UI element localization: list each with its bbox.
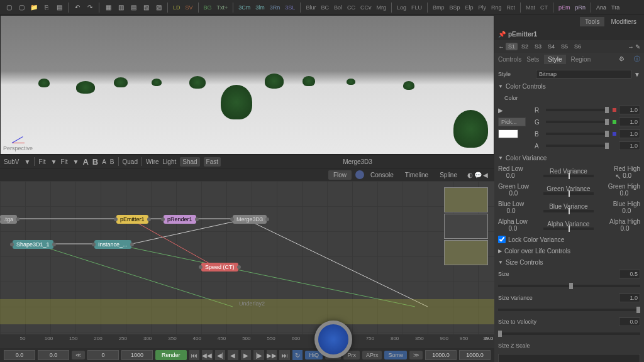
- flu-button[interactable]: FLU: [409, 4, 425, 11]
- bsp-button[interactable]: BSp: [447, 4, 462, 11]
- info-icon[interactable]: [355, 170, 364, 179]
- current-field[interactable]: [38, 350, 69, 360]
- ply-button[interactable]: Ply: [476, 4, 489, 11]
- node-instance[interactable]: Instance_...: [94, 240, 131, 249]
- thumbnail[interactable]: [444, 214, 488, 239]
- start-field[interactable]: [4, 350, 35, 360]
- thumbnail[interactable]: [444, 240, 488, 265]
- r-slider[interactable]: [546, 109, 609, 111]
- size-vel-slider[interactable]: [498, 332, 640, 335]
- prev-frame-icon[interactable]: ◀|: [215, 350, 226, 360]
- blur-button[interactable]: Blur: [303, 4, 318, 11]
- b1-button[interactable]: B: [92, 157, 98, 167]
- light-button[interactable]: Light: [163, 158, 177, 165]
- prn-button[interactable]: pRn: [573, 4, 589, 11]
- node-merge[interactable]: Merge3D3: [233, 215, 267, 224]
- log-button[interactable]: Log: [394, 4, 409, 11]
- ld-button[interactable]: LD: [170, 4, 183, 11]
- arrow-left-icon[interactable]: ←: [498, 43, 504, 50]
- fast-button[interactable]: Fast: [204, 157, 221, 167]
- ccv-button[interactable]: CCv: [358, 4, 374, 11]
- timeline-ruler[interactable]: 50 100 150 200 250 300 350 400 450 500 5…: [0, 334, 494, 348]
- new-icon[interactable]: ▢: [3, 2, 14, 13]
- layout5-icon[interactable]: ▨: [153, 2, 164, 13]
- thumbnail[interactable]: [444, 187, 488, 212]
- new2-icon[interactable]: ▢: [16, 2, 27, 13]
- layout2-icon[interactable]: ▥: [115, 2, 126, 13]
- blue-var-slider[interactable]: [543, 210, 594, 212]
- tab-controls[interactable]: Controls: [498, 56, 521, 63]
- tab-console[interactable]: Console: [365, 170, 399, 180]
- dropdown-arrow-icon[interactable]: ▼: [634, 71, 640, 78]
- ana-button[interactable]: Ana: [594, 4, 609, 11]
- subtab-s3[interactable]: S3: [532, 43, 544, 50]
- size-vel-value[interactable]: 0.0: [619, 317, 640, 326]
- pem-button[interactable]: pEm: [556, 4, 573, 11]
- end-b-field[interactable]: [459, 350, 491, 360]
- node-tga[interactable]: .tga: [0, 215, 17, 224]
- range-a-field[interactable]: [87, 350, 119, 360]
- ffwd-button[interactable]: ≫: [409, 351, 423, 359]
- goto-end-icon[interactable]: ⏭: [279, 350, 290, 360]
- txt-button[interactable]: Txt+: [214, 4, 231, 11]
- arrow-right-icon[interactable]: →: [628, 43, 634, 50]
- node-shape[interactable]: Shape3D1_1: [13, 240, 53, 249]
- bol-button[interactable]: Bol: [331, 4, 345, 11]
- render-button[interactable]: Render: [155, 350, 187, 360]
- section-color-over-life[interactable]: Color over Life Controls: [498, 245, 640, 256]
- elp-button[interactable]: Elp: [463, 4, 476, 11]
- red-var-slider[interactable]: [543, 175, 594, 177]
- size-slider[interactable]: [498, 285, 640, 287]
- size-value[interactable]: 0.5: [619, 270, 640, 278]
- layout1-icon[interactable]: ▦: [103, 2, 114, 13]
- tra-button[interactable]: Tra: [609, 4, 622, 11]
- subtab-s5[interactable]: S5: [558, 43, 570, 50]
- redo-icon[interactable]: ↷: [84, 2, 96, 13]
- rng-button[interactable]: Rng: [489, 4, 504, 11]
- mrg-button[interactable]: Mrg: [374, 4, 389, 11]
- b-slider[interactable]: [546, 133, 609, 135]
- next-frame-icon[interactable]: |▶: [253, 350, 264, 360]
- quad-button[interactable]: Quad: [123, 158, 138, 165]
- flow-area[interactable]: .tga pEmitter1 pRender1 Merge3D3 Shape3D…: [0, 181, 494, 334]
- copy-icon[interactable]: ⎘: [41, 2, 52, 13]
- a1-button[interactable]: A: [82, 157, 88, 167]
- tab-flow[interactable]: Flow: [328, 170, 352, 180]
- bmp-button[interactable]: Bmp: [430, 4, 447, 11]
- bg-button[interactable]: BG: [201, 4, 214, 11]
- step-back-icon[interactable]: ◀◀: [202, 350, 213, 360]
- viewport-3d[interactable]: Perspective: [0, 15, 494, 155]
- step-fwd-icon[interactable]: ▶▶: [267, 350, 277, 360]
- graph-area[interactable]: [498, 354, 640, 362]
- flow-icon1[interactable]: ◐: [467, 172, 473, 178]
- node-prender[interactable]: pRender1: [164, 215, 196, 224]
- mat-button[interactable]: Mat: [523, 4, 538, 11]
- doc-icon[interactable]: ▤: [53, 2, 65, 13]
- section-color-variance[interactable]: Color Variance: [498, 152, 640, 163]
- lock-variance-checkbox[interactable]: [498, 236, 506, 243]
- color-swatch[interactable]: [498, 129, 518, 138]
- tab-modifiers[interactable]: Modifiers: [606, 17, 641, 26]
- layout3-icon[interactable]: ▤: [128, 2, 139, 13]
- node-speed[interactable]: Speed (CT): [201, 263, 238, 272]
- pin-icon[interactable]: 📌: [498, 31, 506, 38]
- rewind-button[interactable]: ≪: [72, 351, 85, 359]
- fit2-button[interactable]: Fit: [60, 158, 67, 165]
- fit1-button[interactable]: Fit: [38, 158, 45, 165]
- cc-button[interactable]: CC: [345, 4, 358, 11]
- a2-button[interactable]: A: [102, 158, 106, 165]
- range-b-field[interactable]: [121, 350, 153, 360]
- loop-icon[interactable]: ↻: [292, 350, 303, 360]
- 3rn-button[interactable]: 3Rn: [267, 4, 283, 11]
- some-button[interactable]: Some: [384, 351, 407, 359]
- gear-icon[interactable]: ⚙: [619, 55, 626, 63]
- subtab-s6[interactable]: S6: [572, 43, 584, 50]
- g-value[interactable]: 1.0: [619, 118, 640, 126]
- subtab-s1[interactable]: S1: [506, 43, 518, 50]
- play-icon[interactable]: ▶: [241, 350, 252, 360]
- wire-button[interactable]: Wire: [146, 158, 159, 165]
- tab-sets[interactable]: Sets: [526, 56, 539, 63]
- pick-button[interactable]: Pick...: [498, 118, 526, 126]
- subtab-s4[interactable]: S4: [545, 43, 557, 50]
- expand-icon[interactable]: ▶: [498, 107, 507, 114]
